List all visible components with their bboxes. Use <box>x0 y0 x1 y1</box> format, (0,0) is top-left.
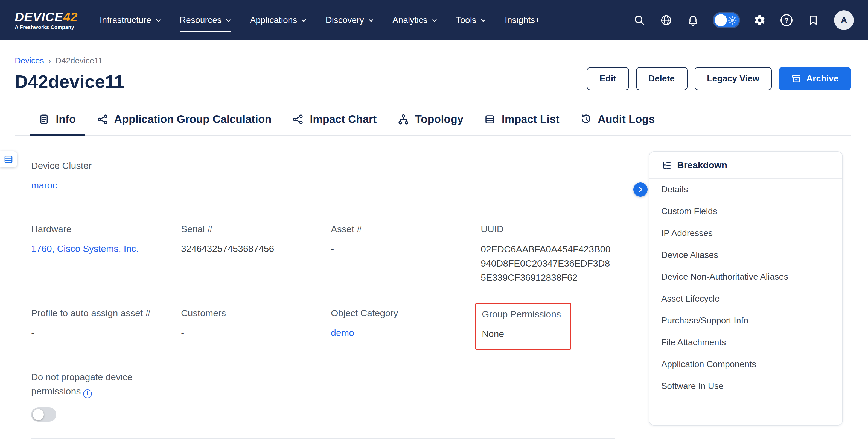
archive-button[interactable]: Archive <box>779 67 851 90</box>
breadcrumb-devices-link[interactable]: Devices <box>15 56 44 65</box>
tab-info[interactable]: Info <box>30 106 85 135</box>
tab-audit-logs[interactable]: Audit Logs <box>571 106 664 135</box>
nav-item-tools[interactable]: Tools <box>456 0 486 40</box>
history-icon <box>580 114 592 125</box>
theme-toggle[interactable] <box>714 13 739 27</box>
delete-button-label: Delete <box>648 74 675 83</box>
edit-button[interactable]: Edit <box>587 67 629 90</box>
tab-application-group-calculation[interactable]: Application Group Calculation <box>88 106 280 135</box>
chevron-right-icon <box>637 186 644 193</box>
object-category-field: Object Category demo <box>331 308 481 350</box>
logo-accent-text: 42 <box>63 10 78 24</box>
group-permissions-label: Group Permissions <box>482 309 561 321</box>
nav-item-resources[interactable]: Resources <box>180 0 231 40</box>
chevron-down-icon <box>155 17 161 23</box>
permissions-section: Profile to auto assign asset # - Custome… <box>31 295 615 439</box>
chevron-down-icon <box>480 17 486 23</box>
object-category-link[interactable]: demo <box>331 328 354 338</box>
breakdown-item-application-components[interactable]: Application Components <box>649 353 842 375</box>
notifications-bell-icon[interactable] <box>687 14 699 26</box>
asset-value: - <box>331 242 481 255</box>
tab-bar: Info Application Group Calculation Impac… <box>15 106 851 136</box>
logo[interactable]: DEVICE42 A Freshworks Company <box>15 10 78 30</box>
document-icon <box>38 114 50 125</box>
chevron-down-icon <box>301 17 307 23</box>
nav-item-infrastructure[interactable]: Infrastructure <box>99 0 161 40</box>
breakdown-item-custom-fields[interactable]: Custom Fields <box>649 201 842 222</box>
chevron-down-icon <box>431 17 437 23</box>
breakdown-item-asset-lifecycle[interactable]: Asset Lifecycle <box>649 288 842 310</box>
network-share-icon <box>292 114 304 125</box>
theme-toggle-knob <box>715 14 727 26</box>
device-cluster-link[interactable]: maroc <box>31 180 57 191</box>
nav-item-insights[interactable]: Insights+ <box>505 0 540 40</box>
breakdown-item-ip-addresses[interactable]: IP Addresses <box>649 222 842 244</box>
breakdown-item-file-attachments[interactable]: File Attachments <box>649 332 842 353</box>
uuid-value: 02EDC6AABFA0A454F423B00940D8FE0C20347E36… <box>481 242 615 285</box>
left-panel-toggle[interactable] <box>0 151 17 167</box>
section-divider <box>31 438 615 439</box>
group-permissions-value: None <box>482 328 561 341</box>
tab-topology[interactable]: Topology <box>389 106 472 135</box>
globe-icon[interactable] <box>660 14 672 26</box>
breakdown-item-device-aliases[interactable]: Device Aliases <box>649 244 842 266</box>
content-area: Device Cluster maroc Hardware 1760, Cisc… <box>0 136 868 437</box>
propagate-permissions-text: Do not propagate device permissions <box>31 372 133 397</box>
legacy-view-button-label: Legacy View <box>707 74 760 83</box>
profile-value: - <box>31 327 181 340</box>
search-icon[interactable] <box>633 14 645 26</box>
tab-impact-list[interactable]: Impact List <box>475 106 568 135</box>
nav-item-analytics[interactable]: Analytics <box>393 0 437 40</box>
tab-label: Audit Logs <box>598 113 655 126</box>
collapse-breakdown-button[interactable] <box>633 182 648 197</box>
help-glyph: ? <box>784 16 789 24</box>
nav-item-discovery[interactable]: Discovery <box>326 0 374 40</box>
app-window: DEVICE42 A Freshworks Company Infrastruc… <box>0 0 868 443</box>
serial-field: Serial # 324643257453687456 <box>181 224 331 285</box>
breakdown-item-purchase-support-info[interactable]: Purchase/Support Info <box>649 310 842 332</box>
profile-field: Profile to auto assign asset # - <box>31 308 181 350</box>
group-permissions-field: Group Permissions None <box>481 308 615 350</box>
object-category-label: Object Category <box>331 308 481 319</box>
serial-label: Serial # <box>181 224 331 235</box>
info-glyph: i <box>87 387 88 401</box>
nav-icon-group: ? A <box>633 10 854 30</box>
device-cluster-label: Device Cluster <box>31 160 615 172</box>
uuid-label: UUID <box>481 224 615 235</box>
tab-impact-chart[interactable]: Impact Chart <box>284 106 385 135</box>
hardware-label: Hardware <box>31 224 181 235</box>
bookmark-icon[interactable] <box>807 14 819 26</box>
nav-item-label: Applications <box>250 15 297 25</box>
breadcrumb-current: D42device11 <box>56 56 103 65</box>
group-permissions-highlight-box: Group Permissions None <box>475 303 571 350</box>
hardware-field: Hardware 1760, Cisco Systems, Inc. <box>31 224 181 285</box>
breakdown-title: Breakdown <box>677 160 727 171</box>
propagate-permissions-toggle[interactable] <box>31 408 56 422</box>
propagate-permissions-label: Do not propagate device permissionsi <box>31 370 150 399</box>
tab-label: Info <box>56 113 76 126</box>
action-bar: Edit Delete Legacy View Archive <box>587 67 851 90</box>
settings-gear-icon[interactable] <box>754 14 766 26</box>
delete-button[interactable]: Delete <box>636 67 687 90</box>
breakdown-item-details[interactable]: Details <box>649 179 842 201</box>
profile-label: Profile to auto assign asset # <box>31 308 181 319</box>
uuid-field: UUID 02EDC6AABFA0A454F423B00940D8FE0C203… <box>481 224 615 285</box>
breakdown-item-device-non-authoritative-aliases[interactable]: Device Non-Authoritative Aliases <box>649 266 842 288</box>
hardware-link[interactable]: 1760, Cisco Systems, Inc. <box>31 244 138 254</box>
legacy-view-button[interactable]: Legacy View <box>694 67 772 90</box>
tab-label: Impact List <box>501 113 559 126</box>
toggle-knob <box>33 409 44 420</box>
breakdown-panel: Breakdown Details Custom Fields IP Addre… <box>649 151 843 425</box>
info-icon[interactable]: i <box>83 389 92 398</box>
logo-wordmark: DEVICE42 <box>15 10 78 24</box>
breakdown-item-software-in-use[interactable]: Software In Use <box>649 375 842 397</box>
edit-button-label: Edit <box>600 74 616 83</box>
archive-icon <box>792 74 802 83</box>
top-nav: DEVICE42 A Freshworks Company Infrastruc… <box>0 0 868 40</box>
page-header: Devices › D42device11 D42device11 Edit D… <box>0 40 868 136</box>
list-table-icon <box>484 114 496 125</box>
device-cluster-section: Device Cluster maroc <box>31 136 615 208</box>
user-avatar[interactable]: A <box>834 10 854 30</box>
nav-item-applications[interactable]: Applications <box>250 0 307 40</box>
help-icon[interactable]: ? <box>780 14 793 26</box>
